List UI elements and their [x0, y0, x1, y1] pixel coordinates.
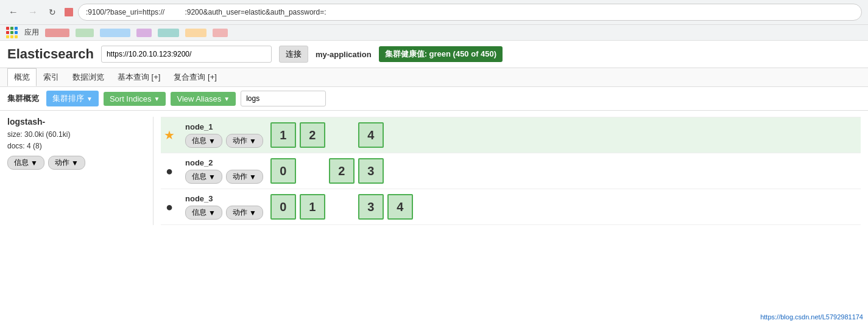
node-3-info-label: 信息 — [192, 207, 206, 218]
node-1-action-label: 动作 — [233, 136, 247, 146]
bookmark-6[interactable] — [185, 29, 206, 37]
sort-indices-button[interactable]: Sort Indices ▼ — [104, 92, 166, 106]
tab-overview[interactable]: 概览 — [7, 68, 37, 86]
toolbar: 集群概览 集群排序 ▼ Sort Indices ▼ View Aliases … — [0, 87, 868, 111]
url-bar[interactable] — [78, 4, 862, 21]
bookmark-4[interactable] — [136, 29, 152, 37]
tab-complex-query[interactable]: 复合查询 [+] — [167, 68, 223, 86]
node-1-info: node_1 信息 ▼ 动作 ▼ — [185, 122, 263, 148]
sort-indices-arrow-icon: ▼ — [154, 96, 160, 102]
favicon — [65, 8, 73, 16]
node-1-info-arrow-icon: ▼ — [208, 137, 216, 145]
node-2-action-arrow-icon: ▼ — [249, 173, 256, 181]
cluster-name: my-application — [316, 50, 372, 59]
node-2-info-button[interactable]: 信息 ▼ — [185, 170, 222, 184]
cluster-sort-arrow-icon: ▼ — [86, 96, 93, 102]
node-3-action-label: 动作 — [233, 207, 247, 218]
node-3-name: node_3 — [185, 194, 263, 203]
shard-1-4[interactable]: 4 — [358, 122, 384, 148]
node-2-info-arrow-icon: ▼ — [208, 173, 216, 181]
apps-dot — [10, 27, 13, 30]
shard-1-2[interactable]: 2 — [300, 122, 325, 148]
node-2-shards: 0 2 3 — [270, 158, 384, 184]
cluster-sort-label: 集群排序 — [52, 93, 84, 104]
sort-indices-label: Sort Indices — [110, 94, 152, 103]
bookmark-7[interactable] — [213, 29, 228, 37]
shard-3-4[interactable]: 4 — [387, 194, 413, 220]
view-aliases-button[interactable]: View Aliases ▼ — [171, 92, 236, 106]
node-2-action-label: 动作 — [233, 172, 247, 182]
shard-3-3[interactable]: 3 — [358, 194, 384, 220]
tab-data-browser[interactable]: 数据浏览 — [66, 68, 111, 86]
forward-button[interactable]: → — [26, 5, 40, 19]
bookmark-2[interactable] — [76, 29, 94, 37]
bookmarks-bar: 应用 — [0, 25, 868, 41]
node-1-btns: 信息 ▼ 动作 ▼ — [185, 134, 263, 148]
bookmark-1[interactable] — [45, 29, 69, 37]
server-url-input[interactable] — [101, 46, 272, 63]
shard-2-0[interactable]: 0 — [270, 158, 296, 184]
shard-2-3[interactable]: 3 — [358, 158, 384, 184]
node-1-action-arrow-icon: ▼ — [249, 137, 256, 145]
node-1-info-label: 信息 — [192, 136, 206, 146]
node-2-indicator: ● — [161, 164, 178, 178]
apps-dot — [6, 31, 9, 34]
content-area: logstash- size: 30.0ki (60.1ki) docs: 4 … — [0, 111, 868, 231]
section-label: 集群概览 — [7, 93, 39, 104]
apps-dot — [15, 27, 18, 30]
node-1-name: node_1 — [185, 122, 263, 131]
node-row-3: ● node_3 信息 ▼ 动作 ▼ 0 — [161, 189, 861, 225]
node-2-info-label: 信息 — [192, 172, 206, 182]
bookmark-5[interactable] — [158, 29, 179, 37]
back-button[interactable]: ← — [6, 5, 21, 19]
shard-2-2[interactable]: 2 — [329, 158, 355, 184]
node-2-btns: 信息 ▼ 动作 ▼ — [185, 170, 263, 184]
filter-input[interactable] — [241, 91, 326, 106]
node-3-btns: 信息 ▼ 动作 ▼ — [185, 206, 263, 220]
app-title: Elasticsearch — [7, 46, 94, 62]
apps-dot — [10, 31, 13, 34]
index-action-arrow-icon: ▼ — [71, 159, 79, 167]
node-3-info-arrow-icon: ▼ — [208, 209, 216, 217]
bookmark-3[interactable] — [100, 29, 130, 37]
node-1-shards: 1 2 4 — [270, 122, 384, 148]
refresh-button[interactable]: ↻ — [45, 5, 60, 19]
nodes-section: ★ node_1 信息 ▼ 动作 ▼ 1 — [161, 117, 861, 225]
index-info: logstash- size: 30.0ki (60.1ki) docs: 4 … — [7, 117, 153, 225]
node-3-action-button[interactable]: 动作 ▼ — [226, 206, 263, 220]
node-3-shards: 0 1 3 4 — [270, 194, 413, 220]
shard-3-0[interactable]: 0 — [270, 194, 296, 220]
node-1-action-button[interactable]: 动作 ▼ — [226, 134, 263, 148]
shard-3-1[interactable]: 1 — [300, 194, 325, 220]
node-3-info: node_3 信息 ▼ 动作 ▼ — [185, 194, 263, 220]
index-info-label: 信息 — [14, 158, 29, 168]
index-action-label: 动作 — [55, 158, 69, 168]
apps-grid[interactable] — [6, 27, 18, 38]
index-info-button[interactable]: 信息 ▼ — [7, 156, 44, 170]
node-row-2: ● node_2 信息 ▼ 动作 ▼ 0 — [161, 153, 861, 189]
apps-dot — [10, 35, 13, 38]
node-2-info: node_2 信息 ▼ 动作 ▼ — [185, 158, 263, 184]
shard-1-1[interactable]: 1 — [270, 122, 296, 148]
app-header: Elasticsearch 连接 my-application 集群健康值: g… — [0, 41, 868, 68]
node-1-info-button[interactable]: 信息 ▼ — [185, 134, 222, 148]
node-2-action-button[interactable]: 动作 ▼ — [226, 170, 263, 184]
cluster-sort-button[interactable]: 集群排序 ▼ — [46, 91, 99, 106]
index-info-arrow-icon: ▼ — [30, 159, 38, 167]
tab-basic-query[interactable]: 基本查询 [+] — [111, 68, 167, 86]
apps-label: 应用 — [24, 27, 39, 38]
view-aliases-arrow-icon: ▼ — [224, 96, 230, 102]
apps-dot — [6, 27, 9, 30]
node-3-indicator: ● — [161, 200, 178, 214]
index-docs: docs: 4 (8) — [7, 141, 146, 152]
view-aliases-label: View Aliases — [177, 94, 221, 103]
index-size: size: 30.0ki (60.1ki) — [7, 129, 146, 141]
index-action-button[interactable]: 动作 ▼ — [48, 156, 85, 170]
node-3-info-button[interactable]: 信息 ▼ — [185, 206, 222, 220]
index-btn-row: 信息 ▼ 动作 ▼ — [7, 156, 146, 170]
connect-button[interactable]: 连接 — [279, 46, 308, 63]
node-2-name: node_2 — [185, 158, 263, 167]
nav-tabs: 概览 索引 数据浏览 基本查询 [+] 复合查询 [+] — [0, 68, 868, 87]
app-container: Elasticsearch 连接 my-application 集群健康值: g… — [0, 41, 868, 231]
tab-index[interactable]: 索引 — [37, 68, 66, 86]
